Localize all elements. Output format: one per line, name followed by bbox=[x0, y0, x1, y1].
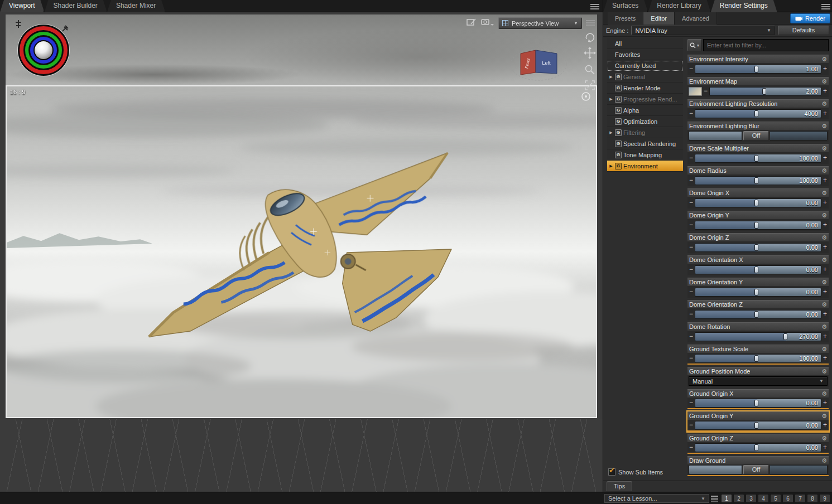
trackball-sphere[interactable] bbox=[35, 41, 52, 59]
increment-icon[interactable]: + bbox=[823, 309, 828, 319]
pin-icon[interactable] bbox=[60, 23, 70, 33]
increment-icon[interactable]: + bbox=[823, 287, 828, 297]
show-sub-items-checkbox[interactable]: ✔ bbox=[608, 468, 615, 476]
page-button-8[interactable]: 8 bbox=[807, 494, 818, 503]
category-filtering[interactable]: ▶GFiltering bbox=[607, 127, 683, 138]
slider-track[interactable]: 2.00 bbox=[709, 87, 821, 96]
increment-icon[interactable]: + bbox=[823, 332, 828, 341]
decrement-icon[interactable]: − bbox=[703, 86, 708, 96]
slider-track[interactable]: 0.00 bbox=[695, 288, 821, 297]
gear-icon[interactable]: ⚙ bbox=[821, 235, 827, 241]
viewport-3d[interactable]: 16 : 9 Perspective bbox=[0, 12, 603, 492]
toggle-button[interactable]: Off bbox=[743, 465, 769, 474]
page-button-9[interactable]: 9 bbox=[819, 494, 830, 503]
slider-track[interactable]: 100.00 bbox=[695, 176, 821, 185]
pan-icon[interactable] bbox=[584, 47, 596, 59]
gear-icon[interactable]: ⚙ bbox=[821, 346, 827, 352]
page-button-7[interactable]: 7 bbox=[795, 494, 806, 503]
category-optimization[interactable]: GOptimization bbox=[607, 116, 683, 127]
gear-icon[interactable]: ⚙ bbox=[821, 146, 827, 152]
category-tone-mapping[interactable]: GTone Mapping bbox=[607, 149, 683, 161]
slider-track[interactable]: 0.00 bbox=[695, 421, 821, 430]
increment-icon[interactable]: + bbox=[823, 243, 828, 252]
gear-icon[interactable]: ⚙ bbox=[821, 324, 827, 330]
subtab-presets[interactable]: Presets bbox=[608, 12, 643, 25]
decrement-icon[interactable]: − bbox=[689, 332, 694, 341]
decrement-icon[interactable]: − bbox=[689, 64, 694, 74]
slider-track[interactable]: 0.00 bbox=[695, 221, 821, 230]
gear-icon[interactable]: ⚙ bbox=[821, 458, 827, 464]
gear-icon[interactable]: ⚙ bbox=[821, 190, 827, 196]
slider-handle[interactable] bbox=[754, 110, 758, 117]
tips-tab[interactable]: Tips bbox=[607, 481, 632, 491]
zoom-icon[interactable] bbox=[584, 64, 596, 76]
view-selector-dropdown[interactable]: Perspective View ▼ bbox=[498, 17, 582, 29]
increment-icon[interactable]: + bbox=[823, 398, 828, 408]
gear-icon[interactable]: ⚙ bbox=[821, 101, 827, 107]
page-button-6[interactable]: 6 bbox=[782, 494, 793, 503]
show-sub-items-row[interactable]: ✔ Show Sub Items bbox=[608, 468, 663, 476]
expand-arrow-icon[interactable]: ▶ bbox=[609, 97, 613, 101]
gear-icon[interactable]: ⚙ bbox=[821, 435, 827, 442]
gear-icon[interactable]: ⚙ bbox=[821, 79, 827, 85]
page-button-3[interactable]: 3 bbox=[746, 494, 757, 503]
page-button-4[interactable]: 4 bbox=[758, 494, 769, 503]
expand-arrow-icon[interactable]: ▶ bbox=[609, 75, 613, 79]
tab-render-settings[interactable]: Render Settings bbox=[711, 0, 777, 12]
expand-arrow-icon[interactable]: ▶ bbox=[609, 130, 613, 135]
increment-icon[interactable]: + bbox=[823, 420, 828, 430]
toggle-track-right[interactable] bbox=[770, 131, 828, 140]
slider-track[interactable]: 0.00 bbox=[695, 198, 821, 207]
frame-view-icon[interactable] bbox=[584, 79, 596, 91]
slider-handle[interactable] bbox=[754, 66, 758, 72]
map-thumbnail[interactable] bbox=[689, 87, 702, 96]
page-button-5[interactable]: 5 bbox=[770, 494, 781, 503]
increment-icon[interactable]: + bbox=[823, 198, 828, 207]
slider-handle[interactable] bbox=[754, 444, 758, 451]
tab-shader-builder[interactable]: Shader Builder bbox=[44, 0, 107, 12]
slider-track[interactable]: 100.00 bbox=[695, 354, 821, 363]
render-button[interactable]: Render bbox=[790, 13, 830, 23]
slider-handle[interactable] bbox=[754, 355, 758, 362]
increment-icon[interactable]: + bbox=[823, 265, 828, 274]
tab-render-library[interactable]: Render Library bbox=[648, 0, 710, 12]
slider-handle[interactable] bbox=[762, 88, 766, 95]
gear-icon[interactable]: ⚙ bbox=[821, 302, 827, 308]
viewport-menu-icon[interactable] bbox=[586, 19, 595, 26]
view-cube-widget[interactable]: Front Left bbox=[502, 37, 575, 90]
aux-viewport-icon[interactable] bbox=[467, 18, 477, 27]
slider-handle[interactable] bbox=[754, 244, 758, 251]
slider-handle[interactable] bbox=[754, 200, 758, 206]
decrement-icon[interactable]: − bbox=[689, 353, 694, 363]
gear-icon[interactable]: ⚙ bbox=[821, 279, 827, 285]
slider-track[interactable]: 0.00 bbox=[695, 443, 821, 452]
page-button-1[interactable]: 1 bbox=[721, 494, 732, 503]
decrement-icon[interactable]: − bbox=[689, 398, 694, 408]
search-button[interactable]: ▼ bbox=[687, 39, 702, 51]
engine-dropdown[interactable]: NVIDIA Iray ▼ bbox=[631, 26, 775, 35]
toggle-track-left[interactable] bbox=[689, 131, 742, 140]
orbit-icon[interactable] bbox=[584, 31, 596, 43]
category-alpha[interactable]: GAlpha bbox=[607, 105, 683, 116]
increment-icon[interactable]: + bbox=[823, 220, 828, 230]
gear-icon[interactable]: ⚙ bbox=[821, 56, 827, 62]
slider-track[interactable]: 0.00 bbox=[695, 265, 821, 274]
gear-icon[interactable]: ⚙ bbox=[821, 168, 827, 174]
decrement-icon[interactable]: − bbox=[689, 109, 694, 118]
slider-track[interactable]: 0.00 bbox=[695, 243, 821, 252]
lesson-selector[interactable]: Select a Lesson... ▼ bbox=[604, 494, 709, 503]
decrement-icon[interactable]: − bbox=[689, 309, 694, 319]
category-currently-used[interactable]: Currently Used bbox=[607, 60, 683, 71]
gear-icon[interactable]: ⚙ bbox=[821, 369, 827, 375]
defaults-button[interactable]: Defaults bbox=[778, 26, 829, 35]
pane-menu-icon[interactable] bbox=[821, 3, 830, 9]
increment-icon[interactable]: + bbox=[823, 109, 828, 118]
slider-track[interactable]: 0.00 bbox=[695, 310, 821, 319]
category-favorites[interactable]: Favorites bbox=[607, 49, 683, 60]
slider-handle[interactable] bbox=[754, 311, 758, 318]
slider-handle[interactable] bbox=[754, 422, 758, 429]
slider-handle[interactable] bbox=[754, 266, 758, 273]
gear-icon[interactable]: ⚙ bbox=[821, 212, 827, 219]
pane-menu-icon[interactable] bbox=[590, 3, 599, 9]
gear-icon[interactable]: ⚙ bbox=[821, 413, 827, 419]
